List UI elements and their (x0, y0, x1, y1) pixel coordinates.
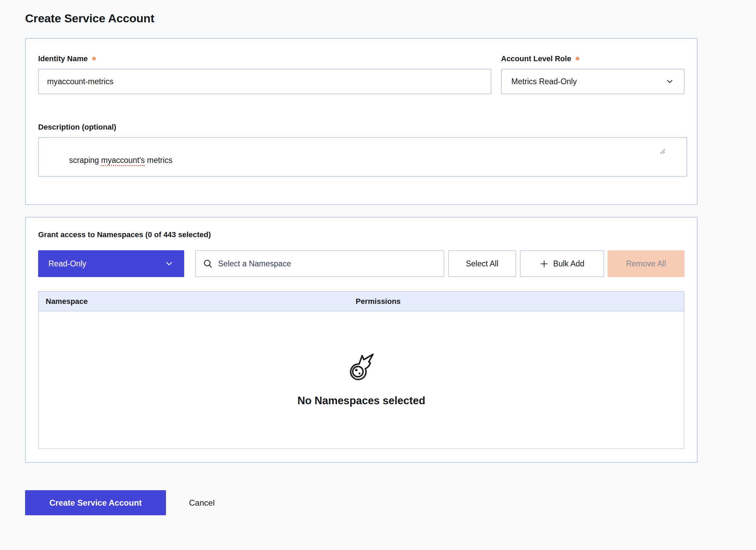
search-icon (203, 258, 213, 269)
description-text: metrics (145, 156, 173, 165)
page-title: Create Service Account (25, 12, 698, 25)
identity-name-field: Identity Name (38, 54, 491, 94)
namespaces-toolbar: Read-Only (38, 250, 685, 277)
remove-all-label: Remove All (626, 259, 666, 268)
column-header-namespace: Namespace (39, 297, 356, 306)
bulk-add-label: Bulk Add (553, 259, 585, 268)
permission-role-value: Read-Only (48, 259, 86, 268)
select-all-button[interactable]: Select All (448, 250, 516, 277)
empty-state-message: No Namespaces selected (297, 395, 425, 407)
account-level-role-select[interactable]: Metrics Read-Only (501, 69, 685, 94)
bulk-add-button[interactable]: Bulk Add (520, 250, 604, 277)
cancel-button[interactable]: Cancel (189, 498, 215, 508)
remove-all-button-disabled[interactable]: Remove All (608, 250, 685, 277)
identity-name-label-row: Identity Name (38, 54, 491, 63)
chevron-down-icon (164, 259, 174, 268)
description-label-row: Description (optional) (38, 122, 685, 132)
basic-info-card: Identity Name Account Level Role Metrics… (25, 38, 698, 205)
description-textarea[interactable]: scraping myaccount's metrics (38, 137, 687, 177)
comet-icon (347, 353, 376, 382)
identity-name-label: Identity Name (38, 54, 88, 63)
chevron-down-icon (665, 77, 674, 86)
namespaces-card: Grant access to Namespaces (0 of 443 sel… (25, 217, 698, 463)
description-label: Description (optional) (38, 122, 116, 132)
page: Create Service Account Identity Name Acc… (0, 0, 756, 515)
account-level-role-value: Metrics Read-Only (511, 77, 577, 86)
description-text: scraping (69, 156, 101, 165)
select-all-label: Select All (466, 259, 499, 268)
permission-role-dropdown[interactable]: Read-Only (38, 250, 184, 277)
namespaces-table-body: No Namespaces selected (38, 311, 685, 449)
grant-access-heading: Grant access to Namespaces (0 of 443 sel… (38, 230, 685, 239)
required-dot-icon (92, 57, 96, 60)
account-level-role-label-row: Account Level Role (501, 54, 685, 63)
description-misspelled-word: myaccount's (101, 156, 145, 166)
namespace-search-input[interactable] (218, 251, 437, 276)
account-level-role-field: Account Level Role Metrics Read-Only (501, 54, 685, 94)
namespaces-table-header: Namespace Permissions (38, 291, 685, 311)
namespace-search-box[interactable] (195, 250, 445, 277)
required-dot-icon (576, 57, 579, 60)
namespaces-table: Namespace Permissions No Namespaces sele… (38, 291, 685, 449)
identity-name-input[interactable] (38, 69, 491, 94)
description-field: Description (optional) scraping myaccoun… (38, 122, 685, 177)
plus-icon (540, 259, 549, 268)
resize-grip-icon[interactable] (659, 127, 686, 175)
column-header-permissions: Permissions (356, 297, 401, 306)
account-level-role-label: Account Level Role (501, 54, 571, 63)
create-service-account-button[interactable]: Create Service Account (25, 490, 166, 515)
form-actions: Create Service Account Cancel (25, 490, 698, 515)
